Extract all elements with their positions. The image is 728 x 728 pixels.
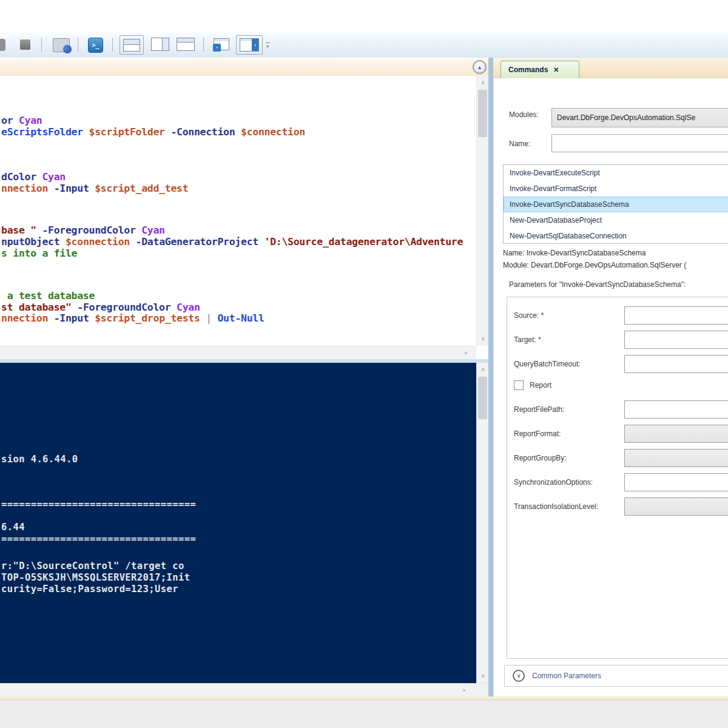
parameters-title: Parameters for "Invoke-DevartSyncDatabas… [509, 280, 686, 289]
console-line: r:"D:\SourceControl" /target co [1, 561, 184, 571]
panel-separator[interactable] [488, 58, 493, 696]
scroll-up-icon[interactable]: ∧ [477, 77, 489, 88]
parameter-input[interactable] [624, 306, 728, 325]
command-list-item[interactable]: Invoke-DevartExecuteScript [504, 165, 728, 181]
powershell-ise-window: >_ › › [0, 0, 728, 728]
parameter-input[interactable] [624, 400, 728, 419]
parameter-label: Target: * [514, 335, 541, 344]
partial-run-icon[interactable] [0, 39, 5, 51]
commands-panel-body: Modules: Devart.DbForge.DevOpsAutomation… [493, 78, 728, 696]
powershell-console-icon[interactable]: >_ [88, 38, 103, 53]
scroll-right-icon[interactable]: > [460, 348, 472, 359]
code-line: base " -ForegroundColor Cyan [1, 224, 165, 236]
parameter-dropdown[interactable] [624, 449, 728, 467]
parameter-label: Source: * [514, 311, 544, 320]
toolbar-separator [203, 38, 204, 52]
code-line: a test database [1, 290, 95, 302]
code-line: nnection -Input $script_add_test [1, 183, 188, 194]
code-line: nnection -Input $script_drop_tests | Out… [1, 312, 265, 324]
chevron-down-icon[interactable]: ∨ [513, 670, 525, 682]
console-vscrollbar[interactable]: ∧ ∨ [476, 363, 488, 683]
editor-vscrollbar[interactable]: ∧ ∨ [476, 76, 488, 346]
console-line: 6.44 [1, 522, 25, 533]
toolbar-separator [41, 38, 42, 52]
report-checkbox[interactable] [514, 380, 524, 390]
toolbar-separator [78, 38, 78, 52]
console-vscroll-thumb[interactable] [478, 377, 487, 419]
tab-commands-label: Commands [508, 66, 548, 74]
command-list[interactable]: Invoke-DevartExecuteScriptInvoke-DevartF… [503, 164, 728, 244]
parameter-label: Report [530, 381, 551, 389]
parameter-label: ReportFilePath: [514, 405, 564, 414]
code-line: or Cyan [1, 115, 42, 126]
layout-script-max-icon[interactable] [177, 38, 195, 51]
command-list-item[interactable]: New-DevartDatabaseProject [504, 212, 728, 228]
editor-vscroll-thumb[interactable] [478, 90, 487, 137]
new-remote-powershell-tab-icon[interactable]: › [213, 37, 230, 52]
parameter-dropdown[interactable] [624, 497, 728, 516]
close-icon[interactable]: ✕ [553, 66, 559, 74]
stop-icon[interactable] [20, 39, 30, 50]
toolbar: >_ › › [0, 32, 728, 58]
layout-script-top-icon[interactable] [120, 35, 144, 55]
code-line: dColor Cyan [1, 171, 66, 183]
command-list-item[interactable]: Invoke-DevartFormatScript [504, 181, 728, 197]
tab-commands[interactable]: Commands ✕ [500, 61, 579, 78]
commands-panel: Commands ✕ Modules: Devart.DbForge.DevOp… [493, 58, 728, 696]
code-line: st database" -ForegroundColor Cyan [1, 302, 200, 313]
console-hscrollbar[interactable]: > [0, 683, 488, 696]
editor-tab-strip [0, 58, 488, 76]
modules-label: Modules: [509, 110, 539, 119]
script-editor[interactable]: or CyaneScriptsFolder $scriptFolder -Con… [0, 76, 476, 346]
scroll-up-icon[interactable]: ∧ [477, 364, 489, 375]
parameter-label: ReportGroupBy: [514, 454, 567, 462]
common-parameters-label: Common Parameters [532, 672, 601, 680]
name-input[interactable] [551, 134, 728, 152]
console-line: ================================= [1, 499, 196, 510]
chevron-up-icon: ▲ [477, 64, 482, 70]
remote-session-icon[interactable] [53, 38, 70, 52]
selected-command-name: Name: Invoke-DevartSyncDatabaseSchema [503, 249, 645, 257]
command-list-item[interactable]: Invoke-DevartSyncDatabaseSchema [504, 197, 728, 212]
parameter-label: ReportFormat: [514, 430, 561, 438]
console-line: ================================= [1, 533, 196, 544]
parameter-label: QueryBatchTimeout: [514, 360, 581, 368]
common-parameters-section[interactable]: ∨ Common Parameters [504, 665, 728, 687]
layout-script-right-icon[interactable] [151, 38, 169, 51]
scroll-right-icon[interactable]: > [458, 685, 470, 696]
console-line: sion 4.6.44.0 [1, 454, 78, 465]
name-label: Name: [509, 140, 530, 148]
editor-hscrollbar[interactable]: > [0, 346, 476, 359]
modules-dropdown[interactable]: Devart.DbForge.DevOpsAutomation.SqlSe [551, 108, 728, 127]
code-line: eScriptsFolder $scriptFolder -Connection… [1, 126, 305, 138]
status-bar [0, 699, 728, 728]
parameter-label: SynchronizationOptions: [514, 478, 593, 487]
toolbar-separator [112, 38, 113, 52]
modules-dropdown-value: Devart.DbForge.DevOpsAutomation.SqlSe [557, 113, 695, 122]
toolbar-overflow-icon[interactable]: ▾ [265, 42, 271, 49]
parameters-groupbox: Source: *Target: *QueryBatchTimeout:Repo… [507, 297, 728, 659]
parameter-input[interactable] [624, 473, 728, 491]
scroll-down-icon[interactable]: ∨ [477, 333, 489, 344]
console-pane[interactable]: sion 4.6.44.0===========================… [0, 363, 476, 683]
parameter-input[interactable] [624, 331, 728, 349]
pane-toggle-button[interactable]: ▲ [473, 60, 487, 74]
parameter-dropdown[interactable] [624, 425, 728, 443]
show-commands-addon-icon[interactable]: › [236, 35, 263, 55]
code-line: nputObject $connection -DataGeneratorPro… [1, 236, 463, 248]
parameter-label: TransactionIsolationLevel: [514, 502, 598, 511]
scroll-down-icon[interactable]: ∨ [477, 670, 489, 681]
selected-command-module: Module: Devart.DbForge.DevOpsAutomation.… [503, 261, 686, 269]
command-list-item[interactable]: New-DevartSqlDatabaseConnection [504, 228, 728, 244]
globe-icon [63, 45, 72, 53]
console-line: curity=False;Password=123;User [1, 584, 178, 595]
code-line: s into a file [1, 248, 77, 259]
parameter-input[interactable] [624, 355, 728, 373]
console-line: TOP-O5SKSJH\MSSQLSERVER2017;Init [1, 572, 190, 583]
